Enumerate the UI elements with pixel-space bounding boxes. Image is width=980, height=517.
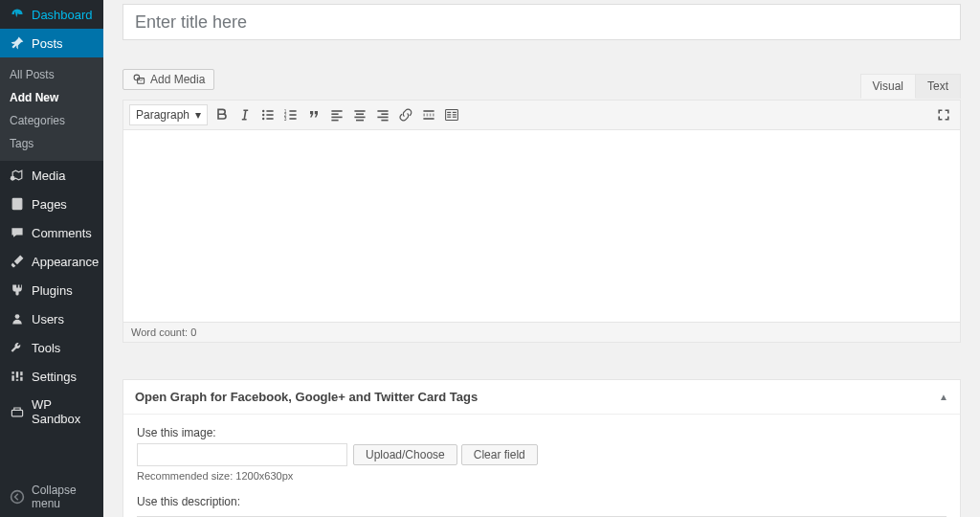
page-icon <box>10 196 25 212</box>
og-metabox-title: Open Graph for Facebook, Google+ and Twi… <box>135 390 478 404</box>
tools-icon <box>10 340 25 355</box>
og-clear-button[interactable]: Clear field <box>461 444 538 465</box>
sidebar-item-label: Plugins <box>32 283 73 298</box>
sidebar-item-comments[interactable]: Comments <box>0 218 103 247</box>
brush-icon <box>10 254 25 269</box>
svg-rect-31 <box>356 113 364 115</box>
tab-visual[interactable]: Visual <box>860 74 916 99</box>
svg-rect-25 <box>289 118 296 120</box>
svg-rect-45 <box>453 112 457 113</box>
og-image-input[interactable] <box>137 443 347 466</box>
svg-point-16 <box>262 118 264 120</box>
svg-rect-32 <box>354 117 365 119</box>
submenu-item-add-new[interactable]: Add New <box>0 86 103 109</box>
sidebar-item-tools[interactable]: Tools <box>0 333 103 362</box>
submenu-item-all-posts[interactable]: All Posts <box>0 63 103 86</box>
align-center-icon <box>352 107 368 123</box>
user-icon <box>10 311 25 326</box>
toolbar-more-button[interactable] <box>441 104 462 125</box>
toolbar-bold-button[interactable] <box>212 104 233 125</box>
collapse-menu-label: Collapse menu <box>32 483 96 510</box>
svg-rect-28 <box>331 117 342 119</box>
word-count-status: Word count: 0 <box>123 322 960 342</box>
svg-rect-36 <box>377 117 388 119</box>
admin-sidebar: DashboardPostsAll PostsAdd NewCategories… <box>0 0 103 517</box>
svg-rect-7 <box>11 374 15 376</box>
svg-rect-10 <box>11 410 22 416</box>
og-desc-label: Use this description: <box>137 495 947 508</box>
sidebar-item-label: Media <box>32 169 65 183</box>
dashboard-icon <box>10 7 25 22</box>
italic-icon <box>237 107 253 123</box>
sandbox-icon <box>10 404 25 419</box>
og-upload-button[interactable]: Upload/Choose <box>353 444 457 465</box>
toolbar-align-center-button[interactable] <box>349 104 370 125</box>
svg-rect-46 <box>453 114 457 115</box>
sidebar-item-appearance[interactable]: Appearance <box>0 247 103 276</box>
svg-rect-2 <box>12 198 22 209</box>
format-select-label: Paragraph <box>136 108 189 122</box>
collapse-icon <box>10 489 25 505</box>
chevron-down-icon: ▾ <box>195 108 201 122</box>
metabox-toggle-icon[interactable]: ▲ <box>939 392 948 402</box>
svg-point-12 <box>134 75 140 80</box>
svg-point-3 <box>15 314 20 319</box>
toolbar-italic-button[interactable] <box>234 104 256 125</box>
svg-rect-40 <box>423 118 434 120</box>
svg-rect-23 <box>289 110 296 112</box>
svg-rect-37 <box>381 120 388 122</box>
toolbar-align-right-button[interactable] <box>372 104 393 125</box>
comment-icon <box>10 225 25 240</box>
svg-rect-8 <box>15 378 19 380</box>
toolbar-ul-button[interactable] <box>257 104 278 125</box>
sidebar-item-label: Dashboard <box>32 8 93 22</box>
sidebar-item-posts[interactable]: Posts <box>0 29 103 57</box>
add-media-button[interactable]: Add Media <box>122 69 214 90</box>
toolbar-align-left-button[interactable] <box>326 104 347 125</box>
sidebar-item-settings[interactable]: Settings <box>0 362 103 391</box>
editor-toolbar: Paragraph ▾ 123 <box>123 101 960 130</box>
collapse-menu-button[interactable]: Collapse menu <box>0 477 103 517</box>
svg-point-0 <box>11 176 15 181</box>
align-left-icon <box>329 107 345 123</box>
svg-rect-43 <box>447 114 451 115</box>
sidebar-item-wp-sandbox[interactable]: WP Sandbox <box>0 391 103 433</box>
toolbar-quote-button[interactable] <box>303 104 324 125</box>
pin-icon <box>10 35 25 51</box>
sidebar-item-plugins[interactable]: Plugins <box>0 276 103 304</box>
fullscreen-button[interactable] <box>933 104 954 125</box>
hr-icon <box>421 107 436 123</box>
tab-text[interactable]: Text <box>915 74 961 99</box>
sidebar-item-label: WP Sandbox <box>32 397 96 426</box>
toolbar-ol-button[interactable]: 123 <box>280 104 301 125</box>
sidebar-item-label: Users <box>32 312 64 326</box>
toolbar-link-button[interactable] <box>395 104 416 125</box>
sidebar-item-pages[interactable]: Pages <box>0 190 103 218</box>
format-select[interactable]: Paragraph ▾ <box>129 104 208 125</box>
sidebar-item-label: Tools <box>32 341 60 355</box>
sidebar-item-dashboard[interactable]: Dashboard <box>0 0 103 29</box>
post-title-input[interactable] <box>122 4 961 40</box>
bold-icon <box>214 107 230 123</box>
media-icon <box>132 73 145 86</box>
svg-rect-18 <box>266 114 273 116</box>
svg-rect-39 <box>423 114 434 116</box>
editor-content[interactable] <box>123 130 960 322</box>
svg-rect-33 <box>356 120 364 122</box>
svg-rect-19 <box>266 118 273 120</box>
svg-text:3: 3 <box>284 117 287 122</box>
sidebar-item-label: Comments <box>32 226 92 240</box>
quote-icon <box>306 107 322 123</box>
svg-rect-47 <box>453 117 457 118</box>
ol-icon: 123 <box>283 107 299 123</box>
svg-rect-44 <box>447 117 451 118</box>
submenu-item-tags[interactable]: Tags <box>0 132 103 155</box>
svg-point-15 <box>262 114 264 116</box>
sidebar-item-label: Pages <box>32 197 67 212</box>
sidebar-item-users[interactable]: Users <box>0 304 103 333</box>
toolbar-hr-button[interactable] <box>418 104 439 125</box>
sidebar-item-media[interactable]: Media <box>0 161 103 190</box>
svg-rect-24 <box>289 114 296 116</box>
svg-rect-9 <box>19 375 23 377</box>
submenu-item-categories[interactable]: Categories <box>0 109 103 132</box>
